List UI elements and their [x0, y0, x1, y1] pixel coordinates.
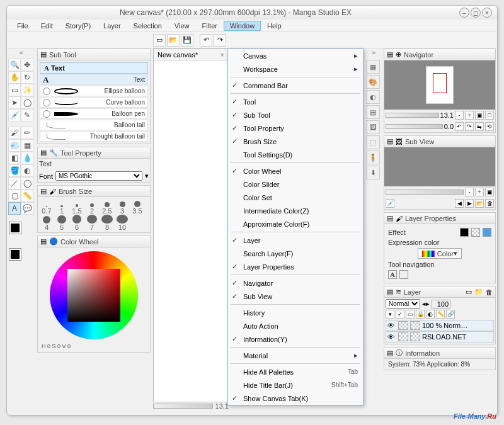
menu-item[interactable]: ✓Sub Tool — [228, 108, 363, 122]
background-swatch[interactable] — [9, 249, 21, 260]
navigator-preview[interactable] — [384, 60, 495, 110]
menu-storyp[interactable]: Story(P) — [59, 21, 97, 31]
zoom-slider[interactable] — [153, 404, 213, 409]
menu-item[interactable]: ✓Layer — [228, 234, 363, 247]
minimize-button[interactable]: – — [459, 8, 469, 18]
draft-icon[interactable]: ▭ — [406, 310, 415, 319]
eraser-tool-icon[interactable]: ◧ — [8, 152, 21, 164]
material-manga-icon[interactable]: ▤ — [366, 105, 380, 119]
layer-delete-icon[interactable]: 🗑 — [486, 288, 493, 296]
wand-tool-icon[interactable]: ✨ — [21, 84, 33, 96]
menu-icon[interactable]: ▤ — [40, 50, 47, 59]
blend-tool-icon[interactable]: 💧 — [21, 152, 33, 164]
arrow-tool-icon[interactable]: ➤ — [8, 96, 21, 109]
color-wheel[interactable] — [50, 251, 138, 339]
menu-help[interactable]: Help — [261, 21, 288, 31]
sv-zoom-in-icon[interactable]: + — [475, 188, 484, 196]
pen-tool-icon[interactable]: ✎ — [21, 109, 33, 122]
sv-open-icon[interactable]: 📂 — [475, 199, 484, 208]
menu-icon[interactable]: ▤ — [387, 288, 393, 296]
menu-view[interactable]: View — [168, 21, 196, 31]
effect-tone-icon[interactable] — [471, 228, 480, 237]
nav-rotate-slider[interactable] — [386, 124, 443, 129]
select-tool-icon[interactable]: ▭ — [8, 84, 21, 96]
menu-item[interactable]: ✓Brush Size — [228, 135, 363, 148]
maximize-button[interactable]: ◻ — [471, 8, 481, 18]
layer-row[interactable]: 👁100 % Norm… — [386, 320, 494, 331]
sv-prev-icon[interactable]: ◀ — [455, 199, 464, 208]
menu-item[interactable]: Approximate Color(F) — [228, 217, 363, 230]
menu-icon[interactable]: ▤ — [40, 149, 47, 157]
close-tab-icon[interactable]: × — [220, 51, 224, 59]
material-pose-icon[interactable]: 🧍 — [366, 150, 380, 164]
link-icon[interactable]: 🔗 — [446, 310, 455, 319]
zoom-in-icon[interactable]: + — [465, 111, 474, 120]
new-icon[interactable]: ▭ — [153, 34, 166, 47]
menu-filter[interactable]: Filter — [196, 21, 224, 31]
menu-file[interactable]: File — [11, 21, 35, 31]
shape-tool-icon[interactable]: ◯ — [21, 177, 33, 190]
menu-item[interactable]: ✓Color Wheel — [228, 164, 363, 178]
menu-item[interactable]: Tool Settings(D) — [228, 148, 363, 161]
ruler-icon[interactable]: 📏 — [436, 310, 445, 319]
effect-color-icon[interactable] — [483, 228, 491, 237]
layer-folder-icon[interactable]: 📁 — [474, 288, 483, 296]
pattern-tool-icon[interactable]: ▦ — [21, 139, 33, 152]
material-image-icon[interactable]: 🖼 — [366, 120, 380, 134]
open-icon[interactable]: 📂 — [167, 34, 180, 47]
toolnav-a-icon[interactable]: A — [388, 270, 397, 279]
menu-item[interactable]: ✓Navigator — [228, 276, 363, 290]
subtool-item[interactable]: AText — [40, 74, 148, 85]
subview-area[interactable] — [384, 147, 495, 186]
flip-h-icon[interactable]: ⇋ — [475, 122, 484, 131]
menu-item[interactable]: ✓Layer Properties — [228, 260, 363, 273]
text-tool-icon[interactable]: A — [8, 202, 21, 215]
menu-item[interactable]: ✓Show Canvas Tab(K) — [228, 392, 363, 405]
save-icon[interactable]: 💾 — [181, 34, 193, 47]
menu-item[interactable]: ✓Tool — [228, 95, 363, 108]
brush-size-cell[interactable]: 5 — [54, 215, 69, 231]
menu-icon[interactable]: ▤ — [387, 214, 393, 222]
frame-tool-icon[interactable]: ▢ — [8, 190, 21, 202]
brush-tool-icon[interactable]: 🖌 — [8, 127, 21, 139]
menu-item[interactable]: Auto Action — [228, 319, 363, 332]
menu-item[interactable]: ✓Tool Property — [228, 122, 363, 135]
reset-rotate-icon[interactable]: ⟲ — [485, 122, 494, 131]
line-tool-icon[interactable]: ／ — [8, 177, 21, 190]
eyedrop-tool-icon[interactable]: 💉 — [8, 109, 21, 122]
menu-item[interactable]: Color Slider — [228, 178, 363, 191]
opacity-field[interactable]: 100 — [432, 300, 450, 309]
mask-icon[interactable]: ◐ — [426, 310, 435, 319]
opacity-stepper-icon[interactable]: ◂▸ — [422, 300, 430, 308]
menu-item[interactable]: Canvas▸ — [228, 49, 363, 62]
menu-icon[interactable]: ▤ — [40, 237, 47, 246]
rotate-tool-icon[interactable]: ↻ — [21, 71, 33, 84]
rotate-right-icon[interactable]: ↷ — [465, 122, 474, 131]
subtool-item[interactable]: Ellipse balloon — [40, 86, 148, 96]
redo-icon[interactable]: ↷ — [214, 34, 226, 47]
toolnav-move-icon[interactable] — [399, 270, 408, 279]
foreground-swatch[interactable] — [9, 222, 21, 234]
brush-size-cell[interactable]: 2 — [84, 198, 100, 215]
layer-row[interactable]: 👁RSLOAD.NET — [386, 331, 494, 343]
ref-icon[interactable]: ✓ — [396, 310, 404, 319]
material-all-icon[interactable]: ▦ — [366, 60, 380, 74]
subtool-item[interactable]: Thought balloon tail — [40, 131, 148, 142]
sv-fit-icon[interactable]: ▣ — [485, 188, 494, 196]
nav-zoom-slider[interactable] — [386, 113, 439, 118]
menu-icon[interactable]: ▤ — [387, 50, 393, 59]
balloon-tool-icon[interactable]: 💬 — [21, 202, 33, 215]
gradient-tool-icon[interactable]: ◐ — [21, 164, 33, 177]
menu-item[interactable]: ✓Sub View — [228, 290, 363, 303]
menu-item[interactable]: ✓Command Bar — [228, 79, 363, 92]
zoom-tool-icon[interactable]: 🔍 — [8, 59, 21, 71]
brush-size-cell[interactable]: 8 — [100, 215, 115, 231]
brush-size-cell[interactable]: 2.5 — [100, 198, 115, 215]
brush-size-cell[interactable]: 10 — [115, 215, 130, 231]
menu-item[interactable]: Color Set — [228, 191, 363, 204]
menu-edit[interactable]: Edit — [35, 21, 59, 31]
undo-icon[interactable]: ↶ — [200, 34, 212, 47]
menu-selection[interactable]: Selection — [127, 21, 168, 31]
fit-icon[interactable]: ▣ — [475, 111, 484, 120]
menu-item[interactable]: Material▸ — [228, 349, 363, 362]
